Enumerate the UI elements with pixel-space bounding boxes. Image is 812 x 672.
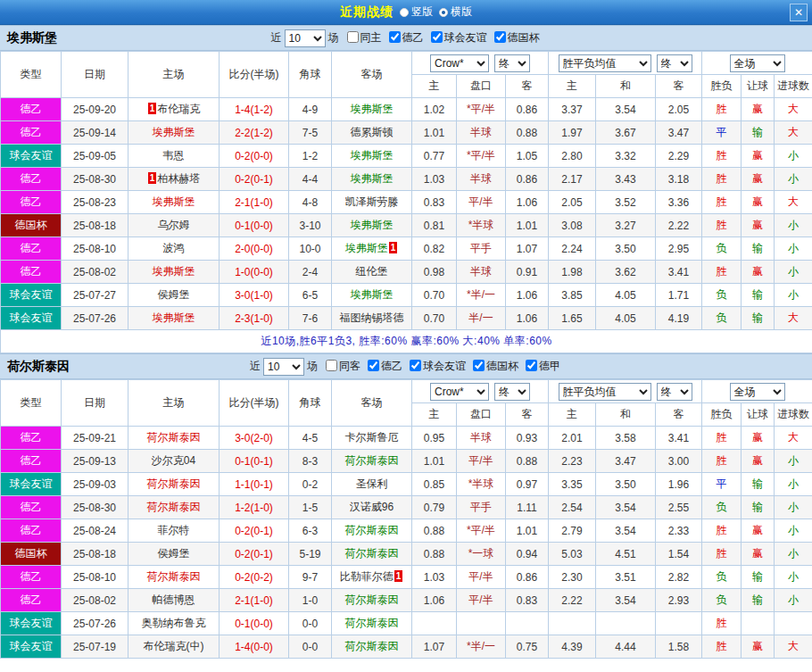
team-link[interactable]: 荷尔斯泰因 — [147, 501, 201, 513]
team-link[interactable]: 埃弗斯堡 — [345, 242, 388, 254]
team-link[interactable]: 荷尔斯泰因 — [345, 454, 399, 467]
radio-selected-icon[interactable] — [439, 8, 448, 17]
team-link[interactable]: 卡尔斯鲁厄 — [345, 431, 399, 444]
euro-final-select[interactable]: 终 — [657, 383, 692, 401]
team-link[interactable]: 德累斯顿 — [351, 126, 394, 138]
euro-final-select[interactable]: 终 — [657, 54, 692, 72]
team-link[interactable]: 荷尔斯泰因 — [147, 570, 201, 583]
bookmaker-select[interactable]: Crow* — [430, 54, 489, 72]
league-type-cell[interactable]: 球会友谊 — [1, 635, 62, 659]
checkbox-input[interactable] — [368, 360, 379, 371]
bookmaker-select[interactable]: Crow* — [430, 383, 489, 401]
league-type-cell[interactable]: 球会友谊 — [1, 473, 62, 496]
team-link[interactable]: 纽伦堡 — [356, 265, 388, 278]
asian-final-select[interactable]: 终 — [494, 383, 530, 401]
team-link[interactable]: 埃弗斯堡 — [153, 311, 195, 324]
league-type-cell[interactable]: 德乙 — [1, 427, 62, 450]
team-link[interactable]: 埃弗斯堡 — [351, 219, 394, 231]
team-link[interactable]: 波鸿 — [163, 242, 185, 254]
filter-checkbox[interactable]: 同主 — [342, 31, 382, 44]
team-link[interactable]: 凯泽斯劳滕 — [345, 195, 399, 208]
col-handicap: 盘口 — [457, 75, 506, 98]
team-link[interactable]: 埃弗斯堡 — [153, 126, 195, 138]
filter-checkbox[interactable]: 德国杯 — [489, 31, 540, 44]
checkbox-input[interactable] — [494, 31, 506, 43]
team-link[interactable]: 韦恩 — [163, 149, 185, 162]
team-link[interactable]: 布伦瑞克(中) — [144, 640, 204, 652]
filter-checkbox[interactable]: 德乙 — [384, 31, 424, 44]
layout-radio-vertical[interactable]: 竖版 — [400, 4, 433, 20]
team-link[interactable]: 荷尔斯泰因 — [345, 524, 399, 536]
scope-select[interactable]: 全场 — [730, 383, 785, 401]
league-type-cell[interactable]: 球会友谊 — [1, 307, 62, 330]
league-type-cell[interactable]: 球会友谊 — [1, 145, 62, 168]
team-link[interactable]: 荷尔斯泰因 — [345, 640, 399, 652]
team-link[interactable]: 埃弗斯堡 — [351, 103, 394, 115]
checkbox-input[interactable] — [347, 31, 359, 43]
league-type-cell[interactable]: 德乙 — [1, 237, 62, 261]
euro-avg-select[interactable]: 胜平负均值 — [559, 383, 651, 401]
team-link[interactable]: 沙尔克04 — [152, 454, 195, 467]
checkbox-input[interactable] — [526, 360, 537, 371]
filter-checkbox[interactable]: 德乙 — [362, 360, 402, 372]
checkbox-input[interactable] — [410, 360, 421, 371]
radio-unselected-icon[interactable] — [400, 8, 409, 17]
team-link[interactable]: 乌尔姆 — [158, 219, 190, 231]
scope-select[interactable]: 全场 — [730, 54, 785, 72]
asian-home-odds: 0.77 — [412, 145, 457, 168]
filter-checkbox[interactable]: 德国杯 — [468, 360, 518, 372]
team-link[interactable]: 埃弗斯堡 — [351, 172, 394, 185]
league-type-cell[interactable]: 德乙 — [1, 566, 62, 589]
league-type-cell[interactable]: 德乙 — [1, 589, 62, 612]
team-link[interactable]: 埃弗斯堡 — [351, 288, 394, 301]
team-link[interactable]: 荷尔斯泰因 — [345, 617, 399, 629]
asian-final-select[interactable]: 终 — [494, 54, 530, 72]
team-link[interactable]: 荷尔斯泰因 — [345, 593, 399, 606]
team-link[interactable]: 侯姆堡 — [158, 547, 190, 560]
euro-avg-select[interactable]: 胜平负均值 — [559, 54, 651, 72]
filter-checkbox[interactable]: 球会友谊 — [426, 31, 487, 44]
team-link[interactable]: 荷尔斯泰因 — [147, 477, 201, 490]
team-link[interactable]: 奥勒纳布鲁克 — [142, 617, 206, 629]
team-link[interactable]: 埃弗斯堡 — [153, 265, 195, 278]
close-icon[interactable]: ✕ — [790, 4, 808, 21]
league-type-cell[interactable]: 德国杯 — [1, 214, 62, 237]
team-link[interactable]: 荷尔斯泰因 — [345, 547, 399, 560]
team-name: 荷尔斯泰因 — [7, 359, 159, 375]
league-type-cell[interactable]: 德乙 — [1, 519, 62, 543]
team-link[interactable]: 埃弗斯堡 — [351, 149, 394, 162]
checkbox-input[interactable] — [326, 360, 337, 371]
filter-checkbox[interactable]: 德甲 — [520, 360, 560, 372]
league-type-cell[interactable]: 德乙 — [1, 168, 62, 191]
team-link[interactable]: 汉诺威96 — [350, 501, 394, 513]
match-count-select[interactable]: 10 — [285, 29, 326, 47]
layout-radio-horizontal[interactable]: 横版 — [439, 4, 472, 20]
team-link[interactable]: 福图纳锡塔德 — [340, 311, 404, 324]
filter-checkbox[interactable]: 同客 — [320, 360, 360, 372]
team-link[interactable]: 侯姆堡 — [158, 288, 190, 301]
league-type-cell[interactable]: 德乙 — [1, 121, 62, 145]
asian-home-odds: 0.70 — [412, 284, 457, 307]
team-link[interactable]: 帕德博恩 — [153, 593, 195, 606]
league-type-cell[interactable]: 德乙 — [1, 191, 62, 214]
league-type-cell[interactable]: 球会友谊 — [1, 612, 62, 635]
league-type-cell[interactable]: 德乙 — [1, 98, 62, 121]
league-type-cell[interactable]: 德国杯 — [1, 543, 62, 566]
checkbox-input[interactable] — [389, 31, 401, 43]
league-type-cell[interactable]: 德乙 — [1, 261, 62, 284]
checkbox-input[interactable] — [431, 31, 443, 43]
team-link[interactable]: 柏林赫塔 — [157, 172, 200, 185]
team-link[interactable]: 比勒菲尔德 — [340, 570, 394, 583]
match-date: 25-09-03 — [62, 473, 128, 496]
team-link[interactable]: 埃弗斯堡 — [153, 195, 195, 208]
league-type-cell[interactable]: 球会友谊 — [1, 284, 62, 307]
league-type-cell[interactable]: 德乙 — [1, 450, 62, 473]
league-type-cell[interactable]: 德乙 — [1, 496, 62, 519]
checkbox-input[interactable] — [473, 360, 485, 371]
team-link[interactable]: 圣保利 — [356, 477, 388, 490]
filter-checkbox[interactable]: 球会友谊 — [404, 360, 466, 372]
team-link[interactable]: 菲尔特 — [158, 524, 190, 536]
match-count-select[interactable]: 10 — [263, 358, 304, 376]
team-link[interactable]: 布伦瑞克 — [157, 103, 200, 115]
team-link[interactable]: 荷尔斯泰因 — [147, 431, 201, 444]
